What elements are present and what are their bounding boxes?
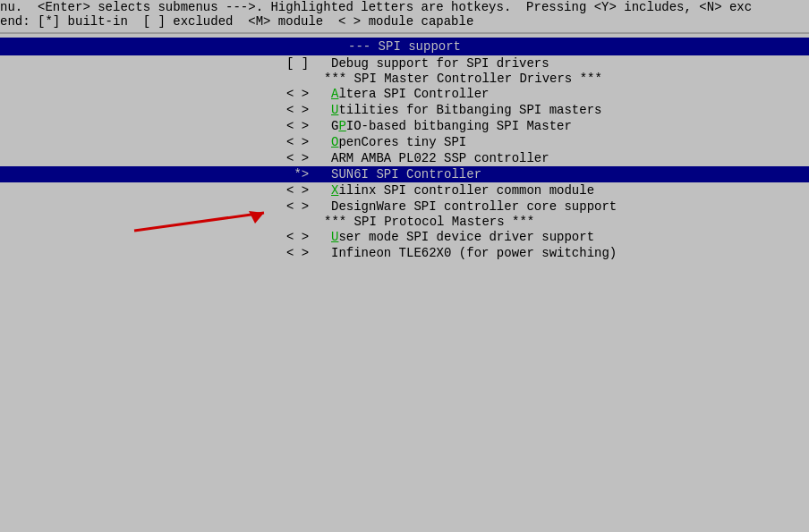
item-bracket: < > bbox=[286, 230, 331, 244]
item-bracket: < > bbox=[286, 119, 331, 133]
item-bracket: < > bbox=[286, 87, 331, 101]
title-dashes2: - bbox=[355, 39, 362, 54]
item-label: GPIO-based bitbanging SPI Master bbox=[331, 119, 572, 133]
item-bracket: < > bbox=[286, 151, 331, 165]
separator-row: *** SPI Protocol Masters *** bbox=[0, 215, 809, 229]
item-label: ARM AMBA PL022 SSP controller bbox=[331, 151, 549, 165]
top-line-1: nu. <Enter> selects submenus --->. Highl… bbox=[0, 0, 809, 14]
item-bracket: [ ] bbox=[286, 56, 331, 71]
separator-text: *** SPI Master Controller Drivers *** bbox=[286, 72, 602, 86]
menu-area: --- SPI support [ ] Debug support for SP… bbox=[0, 38, 809, 261]
hotkey: X bbox=[331, 183, 338, 198]
hotkey: O bbox=[331, 135, 338, 149]
list-item[interactable]: < > ARM AMBA PL022 SSP controller bbox=[0, 150, 809, 166]
item-label: User mode SPI device driver support bbox=[331, 230, 594, 244]
item-bracket: < > bbox=[286, 103, 331, 117]
item-label: Utilities for Bitbanging SPI masters bbox=[331, 103, 601, 117]
item-label: Debug support for SPI drivers bbox=[331, 56, 549, 71]
item-label: OpenCores tiny SPI bbox=[331, 135, 466, 149]
hotkey: U bbox=[331, 230, 338, 244]
list-item[interactable]: < > Altera SPI Controller bbox=[0, 86, 809, 102]
list-item[interactable]: < > Xilinx SPI controller common module bbox=[0, 182, 809, 198]
item-bracket: < > bbox=[286, 135, 331, 149]
item-label: SUN6I SPI Controller bbox=[331, 167, 481, 182]
list-item[interactable]: *> SUN6I SPI Controller bbox=[0, 166, 809, 182]
top-bar: nu. <Enter> selects submenus --->. Highl… bbox=[0, 0, 809, 29]
item-label: DesignWare SPI controller core support bbox=[331, 199, 617, 214]
item-bracket: < > bbox=[286, 199, 331, 214]
list-item[interactable]: < > OpenCores tiny SPI bbox=[0, 134, 809, 150]
item-label: Xilinx SPI controller common module bbox=[331, 183, 594, 198]
title-dashes: - bbox=[348, 39, 355, 54]
list-item[interactable]: < > GPIO-based bitbanging SPI Master bbox=[0, 118, 809, 134]
menu-title: - SPI support bbox=[363, 39, 461, 54]
list-item[interactable]: < > User mode SPI device driver support bbox=[0, 229, 809, 245]
item-label: Infineon TLE62X0 (for power switching) bbox=[331, 246, 617, 260]
item-bracket: < > bbox=[286, 183, 331, 198]
menu-title-row: --- SPI support bbox=[0, 38, 809, 55]
separator-row: *** SPI Master Controller Drivers *** bbox=[0, 72, 809, 86]
list-item[interactable]: [ ] Debug support for SPI drivers bbox=[0, 55, 809, 72]
item-label: Altera SPI Controller bbox=[331, 87, 489, 101]
list-item[interactable]: < > Utilities for Bitbanging SPI masters bbox=[0, 102, 809, 118]
legend-line: end: [*] built-in [ ] excluded <M> modul… bbox=[0, 14, 809, 29]
item-bracket: < > bbox=[286, 246, 331, 260]
item-bracket: *> bbox=[286, 167, 331, 182]
hotkey: A bbox=[331, 87, 338, 101]
list-item[interactable]: < > DesignWare SPI controller core suppo… bbox=[0, 198, 809, 215]
hotkey: U bbox=[331, 103, 338, 117]
separator-text: *** SPI Protocol Masters *** bbox=[286, 215, 534, 229]
list-item[interactable]: < > Infineon TLE62X0 (for power switchin… bbox=[0, 245, 809, 261]
divider bbox=[0, 32, 809, 34]
hotkey: P bbox=[338, 119, 345, 133]
